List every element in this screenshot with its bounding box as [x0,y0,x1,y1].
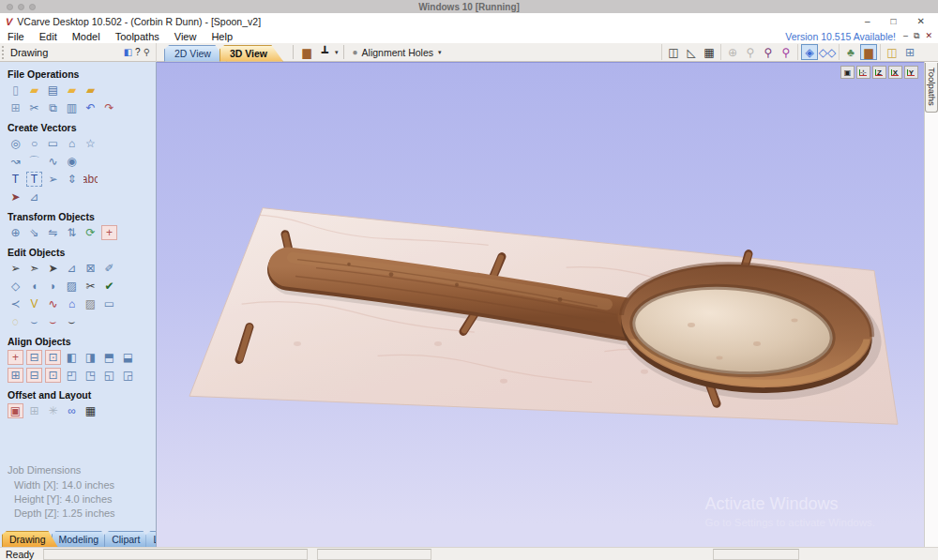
mdi-close-button[interactable]: ✕ [925,31,932,41]
vcarve-node-icon[interactable]: V [26,296,42,311]
clamp-setup-icon[interactable]: ┻ [316,44,333,60]
spoon-3d-scene[interactable] [157,63,924,547]
draw-ellipse-icon[interactable]: ○ [26,136,42,151]
mirror-h-icon[interactable]: ⇋ [45,225,61,240]
material-block-icon[interactable]: ▆ [860,44,877,60]
view-down-z-icon[interactable]: Z [872,66,886,79]
align-center-both-icon[interactable]: ⊞ [8,368,23,383]
draw-star-icon[interactable]: ☆ [83,136,98,151]
plate-layout-icon[interactable]: ▦ [83,403,98,418]
material-tree-icon[interactable]: ♣ [842,44,859,60]
text-on-curve-icon[interactable]: abc [83,172,98,187]
close-button[interactable]: ✕ [917,16,925,26]
view-along-x-icon[interactable]: X [888,66,902,79]
trace-bitmap-icon[interactable]: ▨ [83,296,98,311]
vm-window-buttons[interactable] [7,4,36,10]
pan-view-icon[interactable]: ⊕ [724,44,741,60]
vector-boolean-icon[interactable]: ✂ [83,279,98,294]
join-vectors-icon[interactable]: ◌ [8,314,23,329]
dock-panel-icon[interactable]: ◧ [124,46,132,59]
view-tab[interactable]: 3D View [219,45,283,62]
mirror-v-icon[interactable]: ⇅ [64,225,80,240]
undo-icon[interactable]: ↶ [83,100,98,115]
fit-3d-view-icon[interactable]: ▣ [840,66,855,79]
sidebar-tab[interactable]: Layers [145,531,157,547]
sidebar-tab[interactable]: Drawing [2,531,58,547]
view-tab[interactable]: 2D View [164,45,227,62]
open-recent-icon[interactable]: ▰ [64,83,80,98]
job-setup-icon[interactable]: ⊞ [8,100,23,115]
clamp-dropdown-caret[interactable]: ▾ [335,49,339,56]
align-left-icon[interactable]: ◧ [64,350,80,365]
node-edit-tool-icon[interactable]: ➣ [26,261,42,276]
toolpath-animate-icon[interactable]: ◈ [801,44,818,60]
align-center-h-icon[interactable]: ⊟ [26,350,42,365]
offset-vectors-icon[interactable]: ▣ [8,403,23,418]
alignment-holes-dropdown[interactable]: ● Alignment Holes ▾ [349,47,446,58]
align-center-v-icon[interactable]: ⊡ [45,350,61,365]
move-tool-icon[interactable]: ⊕ [8,225,23,240]
draw-text-icon[interactable]: T [8,172,23,187]
sidebar-tab[interactable]: Modeling [52,531,112,547]
toolpaths-tab[interactable]: Toolpaths [925,63,938,113]
align-edge-right-icon[interactable]: ◳ [83,368,98,383]
weld-vectors-icon[interactable]: ◇ [8,279,23,294]
vm-minimize-button[interactable] [18,4,24,10]
zoom-box-icon[interactable]: ⚲ [760,44,777,60]
text-box-icon[interactable]: T [26,172,42,187]
menu-item[interactable]: Help [204,31,240,42]
vm-zoom-button[interactable] [29,4,36,10]
circular-copy-icon[interactable]: ✳ [45,403,61,418]
sidebar-tab[interactable]: Clipart [104,531,152,547]
edit-picture-icon[interactable]: ▭ [101,296,117,311]
import-file-icon[interactable]: ▰ [83,83,98,98]
material-setup-icon[interactable]: ▆ [298,44,315,60]
zoom-icon[interactable]: ⚲ [742,44,759,60]
sharp-corner-icon[interactable]: ≺ [8,296,23,311]
hatch-fill-icon[interactable]: ▨ [64,279,80,294]
zoom-extents-icon[interactable]: ⚲ [778,44,794,60]
snap-vector-icon[interactable]: ➤ [8,189,23,204]
draw-curve-icon[interactable]: ∿ [45,154,61,169]
pin-panel-icon[interactable]: ⚲ [144,46,150,59]
nesting-icon[interactable]: ∞ [64,403,80,418]
open-file-icon[interactable]: ▰ [26,83,42,98]
snap-nodes-icon[interactable]: ◫ [665,44,682,60]
paste-icon[interactable]: ▥ [64,100,80,115]
measure-tool-icon[interactable]: ⊿ [64,261,80,276]
delete-tool-icon[interactable]: ⊠ [83,261,98,276]
auto-layout-text-icon[interactable]: ➢ [45,172,61,187]
align-edge-left-icon[interactable]: ◰ [64,368,80,383]
snap-grid-icon[interactable]: ▦ [701,44,718,60]
redo-icon[interactable]: ↷ [101,100,117,115]
maximize-button[interactable]: □ [891,16,897,26]
draw-spiral-icon[interactable]: ◉ [64,154,80,169]
cut-icon[interactable]: ✂ [26,100,42,115]
menu-item[interactable]: Toolpaths [108,31,167,42]
dimension-icon[interactable]: ⊿ [26,189,42,204]
draw-arc-icon[interactable]: ⌒ [26,154,42,169]
panel-grip[interactable] [2,46,7,59]
version-update-link[interactable]: Version 10.515 Available! [785,31,896,42]
copy-icon[interactable]: ⧉ [45,100,61,115]
close-vector-icon[interactable]: ⌂ [64,296,80,311]
center-in-material-icon[interactable]: + [101,225,117,240]
subtract-vectors-icon[interactable]: ◖ [26,279,42,294]
text-spacing-icon[interactable]: ⇕ [64,172,80,187]
toolpath-solid-icon[interactable]: ◇◇ [819,44,836,60]
vector-validator-icon[interactable]: ✔ [101,279,117,294]
draw-circle-icon[interactable]: ◎ [8,136,23,151]
align-stack-h-icon[interactable]: ◲ [120,368,136,383]
view-along-y-icon[interactable]: Y [904,66,918,79]
minimize-button[interactable]: – [865,16,870,26]
draw-polygon-icon[interactable]: ⌂ [64,136,80,151]
align-middle-h-icon[interactable]: ⊟ [26,368,42,383]
join-smooth-icon[interactable]: ⌣ [45,314,61,329]
select-tool-icon[interactable]: ➢ [8,261,23,276]
menu-item[interactable]: View [167,31,204,42]
isometric-view-icon[interactable]: ⊹ [856,66,870,79]
interactive-edit-icon[interactable]: ➤ [45,261,61,276]
align-top-icon[interactable]: ⬒ [101,350,117,365]
align-middle-v-icon[interactable]: ⊡ [45,368,61,383]
join-straight-icon[interactable]: ⌣ [64,314,80,329]
